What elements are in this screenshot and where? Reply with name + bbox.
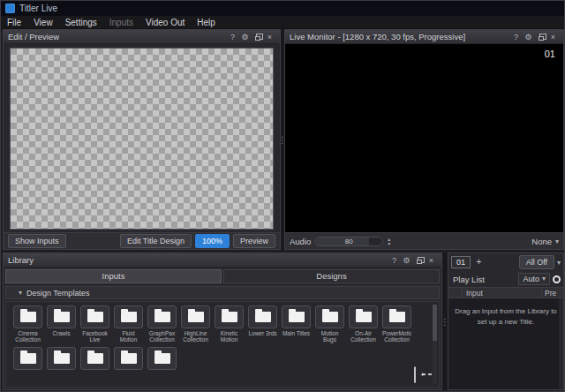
section-expander-icon[interactable]: ▾: [19, 289, 22, 297]
playlist-table-header: Input Pre: [448, 287, 563, 298]
library-folder[interactable]: Cinema Collection: [13, 305, 42, 344]
show-inputs-button[interactable]: Show Inputs: [8, 234, 66, 248]
library-panel: Library ? ⚙ × Inputs Designs ▾ Design Te…: [3, 253, 442, 390]
edit-preview-header: Edit / Preview ? ⚙ ×: [4, 30, 280, 44]
folder-label: Kinetic Motion Pack: [215, 330, 244, 344]
playlist-mode-row: Play List Auto ▾: [448, 271, 563, 287]
library-scrollbar[interactable]: [433, 305, 437, 384]
tools-icon[interactable]: ⚙: [523, 31, 534, 43]
status-indicator-icon[interactable]: [553, 275, 561, 283]
library-toolbar: [414, 367, 428, 383]
chevron-down-icon[interactable]: ▾: [555, 237, 559, 245]
folder-icon: [13, 347, 42, 370]
library-folder[interactable]: PowerMotion Collection: [382, 305, 411, 344]
float-icon[interactable]: [417, 260, 422, 264]
audio-label: Audio: [290, 237, 311, 246]
live-canvas: 01: [285, 44, 563, 232]
library-folder[interactable]: Kinetic Motion Pack: [215, 305, 244, 344]
folder-label: On-Air Collection: [349, 330, 378, 344]
folder-label: Lower 3rds: [248, 330, 277, 344]
float-icon[interactable]: [539, 36, 544, 41]
library-folder[interactable]: Motion Bugs: [315, 305, 344, 344]
folder-icon: [47, 347, 76, 370]
folder-label: Motion Bugs: [315, 330, 344, 344]
folder-icon: [382, 305, 411, 328]
playlist-empty-message: Drag an Input from the Library to set up…: [455, 306, 557, 327]
folder-row-1: Cinema Collection Crawls Facebook Live F…: [13, 305, 432, 344]
stepper-up-icon[interactable]: ▲: [387, 237, 391, 241]
audio-slider[interactable]: 80: [314, 237, 383, 246]
edit-title-design-button[interactable]: Edit Title Design: [120, 234, 192, 248]
library-folder[interactable]: Main Titles: [282, 305, 311, 344]
folder-label: Cinema Collection: [13, 330, 42, 344]
close-icon[interactable]: ×: [264, 31, 275, 43]
menu-inputs[interactable]: Inputs: [103, 16, 139, 29]
menu-help[interactable]: Help: [191, 16, 222, 29]
playlist-tab-01[interactable]: 01: [451, 256, 471, 268]
column-number: [448, 288, 463, 298]
folder-icon: [349, 305, 378, 328]
library-title: Library: [8, 255, 34, 265]
tools-icon[interactable]: ⚙: [239, 31, 251, 43]
titlebar[interactable]: Titler Live: [1, 1, 564, 16]
help-icon[interactable]: ?: [388, 254, 400, 267]
menu-settings[interactable]: Settings: [59, 16, 103, 29]
library-folder[interactable]: [147, 347, 177, 370]
edit-preview-title: Edit / Preview: [8, 32, 59, 41]
window-title: Titler Live: [19, 4, 57, 13]
zoom-level-button[interactable]: 100%: [195, 234, 230, 248]
tab-designs[interactable]: Designs: [223, 269, 440, 283]
folder-icon: [181, 305, 210, 328]
folder-icon: [282, 305, 311, 328]
float-icon[interactable]: [255, 36, 260, 41]
monitor-icon[interactable]: [414, 367, 416, 383]
close-icon[interactable]: ×: [426, 254, 437, 267]
all-off-button[interactable]: All Off: [519, 255, 554, 269]
edit-canvas[interactable]: [10, 48, 274, 230]
library-folder[interactable]: [80, 347, 109, 370]
playlist-label: Play List: [451, 275, 485, 284]
audio-value: 80: [315, 237, 382, 245]
help-icon[interactable]: ?: [510, 31, 522, 43]
library-folder[interactable]: Crawls: [47, 305, 76, 344]
library-scrollbar-thumb[interactable]: [433, 305, 437, 341]
library-folder[interactable]: On-Air Collection: [349, 305, 378, 344]
menu-view[interactable]: View: [27, 16, 59, 29]
library-content: Cinema Collection Crawls Facebook Live F…: [5, 301, 440, 388]
play-mode-value: Auto: [523, 274, 539, 284]
folder-icon: [114, 347, 143, 370]
folder-icon: [248, 305, 277, 328]
library-folder[interactable]: Fluid Motion Pack: [114, 305, 143, 344]
library-folder[interactable]: [47, 347, 76, 370]
design-templates-section[interactable]: ▾ Design Templates: [5, 286, 440, 299]
tab-inputs[interactable]: Inputs: [5, 269, 222, 283]
folder-icon: [80, 347, 109, 370]
folder-label: GraphPax Collection: [147, 330, 177, 344]
playlist-scrollbar[interactable]: [559, 298, 563, 389]
library-folder[interactable]: GraphPax Collection: [147, 305, 177, 344]
folder-label: PowerMotion Collection: [382, 330, 411, 344]
play-mode-select[interactable]: Auto ▾: [518, 273, 550, 285]
library-folder[interactable]: Facebook Live: [80, 305, 109, 344]
close-icon[interactable]: ×: [547, 31, 559, 43]
folder-icon: [147, 347, 177, 370]
menu-file[interactable]: File: [1, 16, 27, 29]
library-folder[interactable]: HighLine Collection: [181, 305, 210, 344]
folder-label: Crawls: [47, 330, 76, 344]
tools-icon[interactable]: ⚙: [401, 254, 412, 267]
folder-icon: [315, 305, 344, 328]
stepper-down-icon[interactable]: ▼: [387, 242, 391, 245]
add-playlist-icon[interactable]: +: [473, 257, 485, 268]
library-folder[interactable]: [13, 347, 42, 370]
library-folder[interactable]: [114, 347, 143, 370]
help-icon[interactable]: ?: [227, 31, 238, 43]
column-preview: Pre: [542, 289, 563, 298]
audio-output-select[interactable]: None: [531, 237, 552, 246]
app-window: Titler Live File View Settings Inputs Vi…: [0, 0, 565, 392]
playlist-menu-icon[interactable]: ▾: [557, 259, 561, 267]
preview-button[interactable]: Preview: [233, 234, 275, 248]
edit-preview-panel: Edit / Preview ? ⚙ × Show Inputs Edit Ti…: [3, 29, 281, 250]
audio-stepper[interactable]: ▲ ▼: [387, 237, 391, 245]
menu-video-out[interactable]: Video Out: [139, 16, 191, 29]
library-folder[interactable]: Lower 3rds: [248, 305, 277, 344]
